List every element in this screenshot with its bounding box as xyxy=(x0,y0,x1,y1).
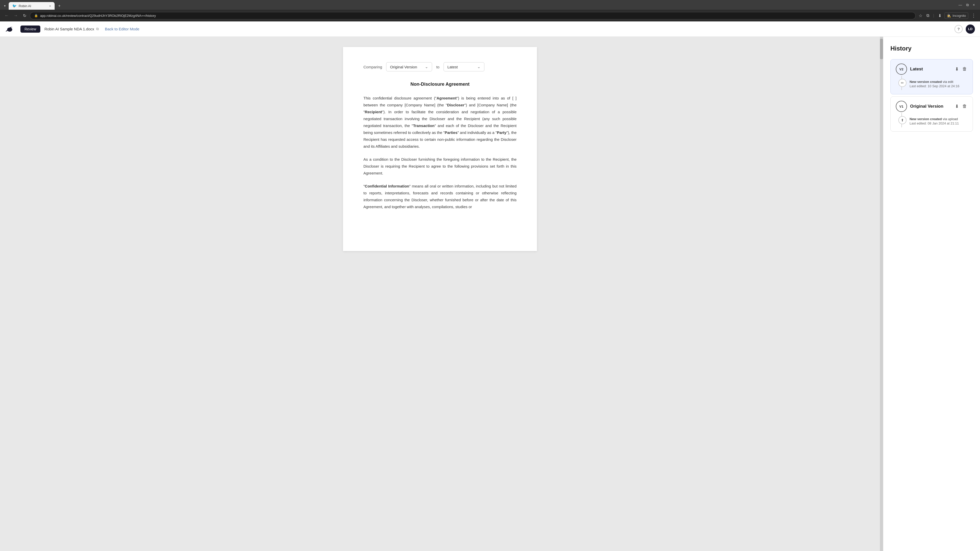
version-header-v2: V2 Latest ⬇ 🗑 xyxy=(896,64,967,75)
discloser-term: Discloser xyxy=(447,103,465,107)
header-actions: ? LD xyxy=(955,24,975,34)
timeline-date-v1: Last edited: 08 Jan 2024 at 21:11 xyxy=(910,121,959,125)
minimize-button[interactable]: — xyxy=(959,3,962,7)
paragraph-3: "Confidential Information" means all ora… xyxy=(363,183,517,210)
transaction-term: Transaction xyxy=(413,124,434,128)
address-bar[interactable]: 🔒 app.robinai.co.uk/review/contract/Q29u… xyxy=(30,12,916,19)
version-timeline-v1: ⬆ New version created via upload Last ed… xyxy=(901,113,967,127)
app-header: Review Robin AI Sample NDA 1.docx ⧉ Back… xyxy=(0,21,980,37)
scrollbar-thumb[interactable] xyxy=(880,39,883,59)
svg-point-0 xyxy=(7,27,12,32)
document-paper: Comparing Original Version ⌄ to Latest ⌄… xyxy=(343,47,537,251)
version-badge-v1: V1 xyxy=(896,101,907,112)
doc-body: This confidential disclosure agreement (… xyxy=(363,95,517,210)
download-v1-button[interactable]: ⬇ xyxy=(955,103,959,110)
timeline-event-v1: New version created via upload xyxy=(910,117,959,121)
nav-forward-button[interactable]: → xyxy=(12,12,19,19)
timeline-content-v2: New version created via edit Last edited… xyxy=(910,79,959,88)
copy-icon[interactable]: ⧉ xyxy=(96,27,99,31)
to-label: to xyxy=(436,65,439,69)
document-content: Non-Disclosure Agreement This confidenti… xyxy=(363,82,517,210)
confidential-info-term: Confidential Information xyxy=(365,184,409,188)
comparing-section: Comparing Original Version ⌄ to Latest ⌄ xyxy=(363,62,517,71)
version-badge-v2: V2 xyxy=(896,64,907,75)
timeline-content-v1: New version created via upload Last edit… xyxy=(910,116,959,125)
version-actions-v1: ⬇ 🗑 xyxy=(955,103,967,110)
menu-icon[interactable]: ⋮ xyxy=(970,12,977,19)
tab-close-icon[interactable]: × xyxy=(49,4,51,8)
review-badge[interactable]: Review xyxy=(21,25,40,33)
doc-title: Robin AI Sample NDA 1.docx ⧉ xyxy=(45,27,99,31)
scrollbar[interactable] xyxy=(880,37,883,551)
paragraph-2: As a condition to the Discloser furnishi… xyxy=(363,156,517,176)
delete-v2-button[interactable]: 🗑 xyxy=(962,66,967,73)
edit-icon: ✏ xyxy=(898,79,907,87)
browser-chrome: ▾ 🐦 Robin AI × + — ⧉ × ← → ↻ 🔒 app.robin… xyxy=(0,0,980,21)
comparing-label: Comparing xyxy=(363,65,382,69)
agreement-term: Agreement xyxy=(437,96,457,100)
version-header-v1: V1 Original Version ⬇ 🗑 xyxy=(896,101,967,112)
version-name-v2: Latest xyxy=(910,67,951,72)
from-version-chevron-icon: ⌄ xyxy=(425,65,428,69)
lock-icon: 🔒 xyxy=(34,14,38,17)
from-version-text: Original Version xyxy=(390,65,417,69)
downloads-icon[interactable]: ⬇ xyxy=(937,12,942,19)
logo xyxy=(5,24,14,34)
incognito-badge: 🕵 Incognito xyxy=(945,13,968,19)
to-version-chevron-icon: ⌄ xyxy=(477,65,480,69)
help-button[interactable]: ? xyxy=(955,25,963,33)
recipient-term: Recipient xyxy=(365,110,382,114)
paragraph-1: This confidential disclosure agreement (… xyxy=(363,95,517,150)
version-card-v1[interactable]: V1 Original Version ⬇ 🗑 ⬆ New version cr… xyxy=(891,97,973,132)
history-panel: History V2 Latest ⬇ 🗑 ✏ New version crea… xyxy=(883,37,980,551)
tab-favicon: 🐦 xyxy=(12,4,17,8)
timeline-event-v2: New version created via edit xyxy=(910,80,959,84)
new-tab-button[interactable]: + xyxy=(56,2,63,10)
version-name-v1: Original Version xyxy=(910,104,951,109)
incognito-icon: 🕵 xyxy=(947,14,951,17)
parties-term: Parties xyxy=(445,130,457,135)
to-version-select[interactable]: Latest ⌄ xyxy=(444,62,484,71)
party-term: Party xyxy=(497,130,507,135)
download-v2-button[interactable]: ⬇ xyxy=(955,66,959,73)
delete-v1-button[interactable]: 🗑 xyxy=(962,103,967,110)
timeline-date-v2: Last edited: 10 Sep 2024 at 24:16 xyxy=(910,84,959,88)
user-avatar[interactable]: LD xyxy=(966,24,975,34)
to-version-text: Latest xyxy=(447,65,458,69)
svg-point-1 xyxy=(11,27,12,27)
back-to-editor-link[interactable]: Back to Editor Mode xyxy=(105,27,139,31)
close-button[interactable]: × xyxy=(973,3,975,7)
version-actions-v2: ⬇ 🗑 xyxy=(955,66,967,73)
tab-title: Robin AI xyxy=(19,4,31,8)
nav-back-button[interactable]: ← xyxy=(3,12,10,19)
nav-refresh-button[interactable]: ↻ xyxy=(21,12,28,19)
version-card-v2[interactable]: V2 Latest ⬇ 🗑 ✏ New version created via … xyxy=(891,59,973,94)
document-area[interactable]: Comparing Original Version ⌄ to Latest ⌄… xyxy=(0,37,880,551)
from-version-select[interactable]: Original Version ⌄ xyxy=(386,62,432,71)
active-tab[interactable]: 🐦 Robin AI × xyxy=(9,2,55,10)
upload-icon: ⬆ xyxy=(898,116,907,124)
bookmark-icon[interactable]: ☆ xyxy=(918,12,923,19)
doc-title-text: Robin AI Sample NDA 1.docx xyxy=(45,27,94,31)
logo-bird-icon xyxy=(5,24,14,34)
window-controls: — ⧉ × xyxy=(956,3,978,9)
incognito-label: Incognito xyxy=(953,14,966,17)
tab-switcher[interactable]: ▾ xyxy=(2,3,8,9)
doc-heading: Non-Disclosure Agreement xyxy=(363,82,517,87)
version-timeline-v2: ✏ New version created via edit Last edit… xyxy=(901,76,967,90)
extensions-icon[interactable]: ⧉ xyxy=(925,12,930,19)
maximize-button[interactable]: ⧉ xyxy=(966,3,969,7)
timeline-item-v2: ✏ New version created via edit Last edit… xyxy=(908,79,967,88)
history-title: History xyxy=(891,45,973,52)
url-text: app.robinai.co.uk/review/contract/Q29udH… xyxy=(40,14,156,17)
timeline-item-v1: ⬆ New version created via upload Last ed… xyxy=(908,116,967,125)
main-content: Comparing Original Version ⌄ to Latest ⌄… xyxy=(0,37,980,551)
